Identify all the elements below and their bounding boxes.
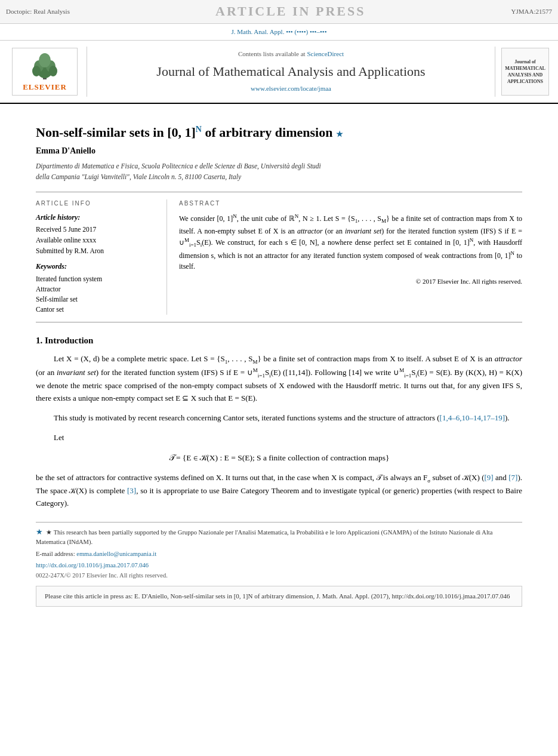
keywords-title: Keywords: [36, 262, 155, 272]
paper-title: Non-self-similar sets in [0, 1]N of arbi… [36, 125, 343, 140]
article-info-label: ARTICLE INFO [36, 199, 155, 208]
svg-point-5 [32, 66, 41, 76]
star-footnote: ★ ★ This research has been partially sup… [36, 526, 522, 547]
journal-right-logo: Journal of MATHEMATICAL ANALYSIS AND APP… [501, 48, 549, 96]
title-suffix: of arbitrary dimension [202, 125, 332, 140]
elsevier-tree-icon [27, 51, 63, 81]
citation-box: Please cite this article in press as: E.… [36, 586, 522, 607]
affiliation-line1: Dipartimento di Matematica e Fisica, Scu… [36, 162, 321, 170]
journal-center: Contents lists available at ScienceDirec… [87, 47, 495, 97]
intro-para4: be the set of attractors for contractive… [36, 472, 522, 510]
authors: Emma D'Aniello [36, 145, 522, 157]
yjmaa-label: YJMAA:21577 [511, 7, 552, 16]
keyword-3: Self-similar set [36, 294, 155, 304]
article-info: ARTICLE INFO Article history: Received 5… [36, 199, 167, 315]
footnote-separator: ★ ★ This research has been partially sup… [36, 522, 522, 559]
intro-para3: Let [36, 432, 522, 444]
sciencedirect-link[interactable]: ScienceDirect [307, 50, 344, 57]
history-section: Article history: Received 5 June 2017 Av… [36, 213, 155, 256]
copyright-footer: 0022-247X/© 2017 Elsevier Inc. All right… [36, 571, 522, 580]
abstract-text: We consider [0, 1]N, the unit cube of ℝN… [179, 213, 522, 286]
citation-text: Please cite this article in press as: E.… [45, 592, 510, 600]
svg-point-4 [39, 53, 51, 67]
svg-point-6 [49, 66, 57, 76]
history-title: Article history: [36, 213, 155, 223]
available-online: Available online xxxx [36, 235, 155, 245]
title-star: ★ [336, 130, 343, 139]
section-introduction-title: 1. Introduction [36, 334, 522, 347]
doctopic-label: Doctopic: Real Analysis [6, 7, 70, 16]
abstract-label: ABSTRACT [179, 199, 522, 208]
info-abstract-section: ARTICLE INFO Article history: Received 5… [36, 192, 522, 322]
submitted-by: Submitted by R.M. Aron [36, 246, 155, 256]
abstract-section: ABSTRACT We consider [0, 1]N, the unit c… [167, 199, 522, 315]
email-address[interactable]: emma.daniello@unicampania.it [76, 551, 156, 557]
contents-text: Contents lists available at [238, 50, 306, 57]
doi-footer[interactable]: http://dx.doi.org/10.1016/j.jmaa.2017.07… [36, 561, 522, 570]
doi-text: J. Math. Anal. Appl. ••• (••••) •••–••• [231, 28, 326, 35]
article-in-press-label: ARTICLE IN PRESS [215, 2, 365, 21]
keywords-section: Keywords: Iterated function system Attra… [36, 262, 155, 314]
keyword-2: Attractor [36, 284, 155, 294]
intro-para2: This study is motivated by recent resear… [36, 412, 522, 425]
affiliation-line2: della Campania "Luigi Vanvitelli", Viale… [36, 173, 241, 180]
elsevier-logo-area: ELSEVIER [9, 48, 81, 96]
title-text: Non-self-similar sets in [0, 1] [36, 125, 196, 140]
journal-title: Journal of Mathematical Analysis and App… [99, 63, 483, 81]
received-date: Received 5 June 2017 [36, 225, 155, 234]
elsevier-logo-box: ELSEVIER [12, 48, 78, 96]
title-sup: N [196, 125, 202, 134]
journal-url[interactable]: www.elsevier.com/locate/jmaa [99, 84, 483, 93]
doi-line: J. Math. Anal. Appl. ••• (••••) •••–••• [0, 24, 558, 41]
intro-para1: Let X = (X, d) be a complete metric spac… [36, 353, 522, 405]
journal-header: ELSEVIER Contents lists available at Sci… [0, 41, 558, 104]
elsevier-brand: ELSEVIER [23, 82, 67, 93]
sciencedirect-line: Contents lists available at ScienceDirec… [99, 50, 483, 59]
keyword-1: Iterated function system [36, 274, 155, 284]
affiliation: Dipartimento di Matematica e Fisica, Scu… [36, 161, 522, 182]
right-logo-text: Journal of MATHEMATICAL ANALYSIS AND APP… [505, 59, 545, 85]
top-bar: Doctopic: Real Analysis ARTICLE IN PRESS… [0, 0, 558, 24]
email-label: E-mail address: [36, 551, 75, 557]
keyword-4: Cantor set [36, 305, 155, 314]
abstract-copyright: © 2017 Elsevier Inc. All rights reserved… [179, 276, 522, 287]
main-content: Non-self-similar sets in [0, 1]N of arbi… [0, 104, 558, 619]
math-display: 𝒯 = {E ∈ 𝒦(X) : E = S(E); S a finite col… [36, 453, 522, 464]
email-footnote: E-mail address: emma.daniello@unicampani… [36, 549, 522, 559]
